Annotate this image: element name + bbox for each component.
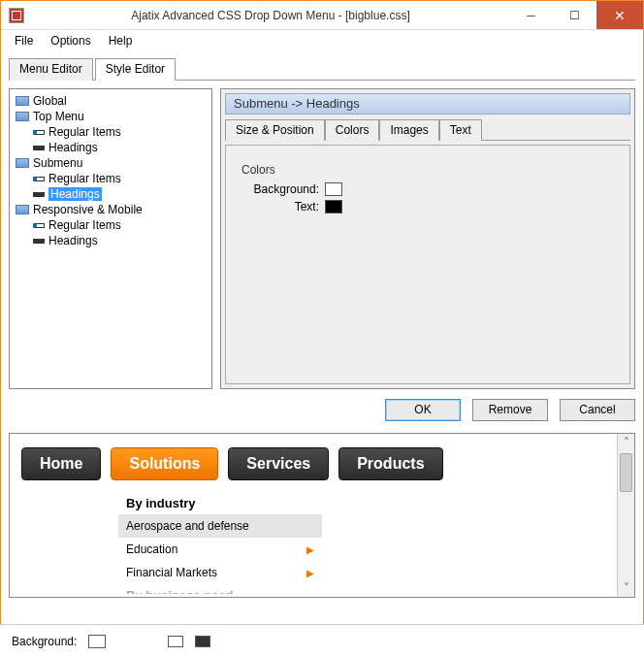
text-color-row: Text: [242, 200, 614, 214]
window-buttons: ─ ☐ ✕ [509, 1, 643, 29]
submenu-dropdown: By industry Aerospace and defense Educat… [118, 492, 322, 594]
footer-bg-swatch[interactable] [88, 635, 106, 648]
colors-panel: Colors Background: Text: [225, 145, 630, 384]
text-color-swatch[interactable] [325, 200, 342, 214]
nav-home[interactable]: Home [21, 447, 101, 480]
window-title: Ajatix Advanced CSS Drop Down Menu - [bi… [32, 9, 509, 22]
nav-products[interactable]: Products [338, 447, 442, 480]
submenu-item-education[interactable]: Education▶ [118, 538, 322, 561]
chevron-right-icon: ▶ [306, 544, 314, 555]
background-label: Background: [242, 182, 319, 196]
footer-bg-label: Background: [12, 635, 77, 648]
tab-text[interactable]: Text [439, 119, 482, 141]
app-icon [9, 8, 24, 23]
menu-help[interactable]: Help [101, 32, 141, 49]
chevron-right-icon: ▶ [306, 568, 314, 578]
tab-menu-editor[interactable]: Menu Editor [9, 58, 93, 81]
scroll-thumb[interactable] [620, 453, 632, 492]
maximize-button[interactable]: ☐ [553, 1, 596, 29]
text-label: Text: [242, 200, 319, 214]
preview-pane: Home Solutions Services Products By indu… [9, 433, 635, 598]
pane-title: Submenu -> Headings [225, 93, 630, 115]
tab-style-editor[interactable]: Style Editor [95, 58, 176, 81]
submenu-item-aerospace[interactable]: Aerospace and defense [118, 514, 322, 538]
tree-node-resp-regular[interactable]: Regular Items [12, 217, 209, 233]
editor-panes: Global Top Menu Regular Items Headings S… [9, 88, 635, 389]
tab-colors[interactable]: Colors [325, 119, 380, 141]
tab-images[interactable]: Images [379, 119, 438, 141]
scroll-up-icon[interactable]: ˄ [618, 434, 634, 451]
content-area: Menu Editor Style Editor Global Top Menu… [1, 51, 643, 604]
background-color-row: Background: [242, 182, 614, 196]
nav-menu: Home Solutions Services Products [21, 447, 605, 480]
tree-node-responsive[interactable]: Responsive & Mobile [12, 202, 209, 217]
cancel-button[interactable]: Cancel [560, 399, 635, 421]
status-bar: Background: [0, 624, 644, 657]
nav-services[interactable]: Services [228, 447, 329, 480]
tree-node-global[interactable]: Global [12, 93, 209, 109]
tree-node-top-menu[interactable]: Top Menu [12, 109, 209, 124]
tree-node-top-regular[interactable]: Regular Items [12, 124, 209, 140]
minimize-button[interactable]: ─ [509, 1, 553, 29]
title-bar: Ajatix Advanced CSS Drop Down Menu - [bi… [1, 1, 643, 30]
property-tabs: Size & Position Colors Images Text [225, 118, 630, 141]
tree-node-top-headings[interactable]: Headings [12, 140, 209, 155]
close-button[interactable]: ✕ [596, 1, 643, 29]
tree-node-submenu[interactable]: Submenu [12, 155, 209, 171]
properties-pane: Submenu -> Headings Size & Position Colo… [220, 88, 635, 389]
colors-group-label: Colors [242, 163, 614, 177]
footer-icon-filled[interactable] [195, 636, 210, 647]
submenu-item-financial[interactable]: Financial Markets▶ [118, 561, 322, 584]
editor-tabs: Menu Editor Style Editor [9, 57, 635, 81]
ok-button[interactable]: OK [385, 399, 461, 421]
scroll-down-icon[interactable]: ˅ [618, 579, 634, 597]
menu-file[interactable]: File [7, 32, 41, 49]
menu-options[interactable]: Options [43, 32, 98, 49]
tree-node-resp-headings[interactable]: Headings [12, 233, 209, 248]
preview-scrollbar[interactable]: ˄ ˅ [617, 434, 634, 597]
dialog-buttons: OK Remove Cancel [9, 399, 635, 421]
tab-size-position[interactable]: Size & Position [225, 119, 325, 141]
submenu-heading-cut: By business need [118, 584, 322, 594]
nav-solutions[interactable]: Solutions [111, 447, 218, 480]
background-color-swatch[interactable] [325, 182, 342, 196]
tree-node-sub-regular[interactable]: Regular Items [12, 171, 209, 186]
style-tree[interactable]: Global Top Menu Regular Items Headings S… [9, 88, 212, 389]
tree-node-sub-headings[interactable]: Headings [12, 186, 209, 202]
remove-button[interactable]: Remove [472, 399, 548, 421]
footer-icon-outline[interactable] [168, 636, 183, 647]
submenu-heading-industry: By industry [118, 492, 322, 514]
menu-bar: File Options Help [1, 30, 643, 51]
preview-content: Home Solutions Services Products By indu… [10, 434, 617, 597]
